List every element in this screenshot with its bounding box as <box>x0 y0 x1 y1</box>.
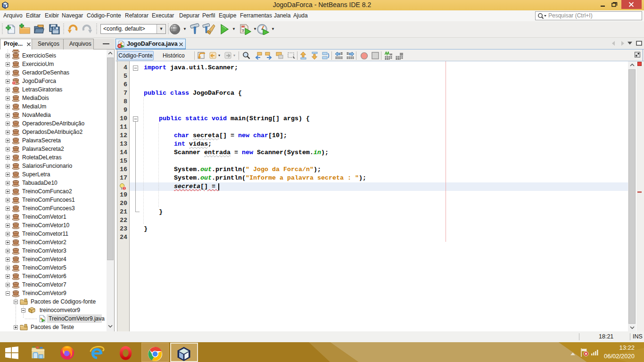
svg-text:3: 3 <box>242 28 244 33</box>
